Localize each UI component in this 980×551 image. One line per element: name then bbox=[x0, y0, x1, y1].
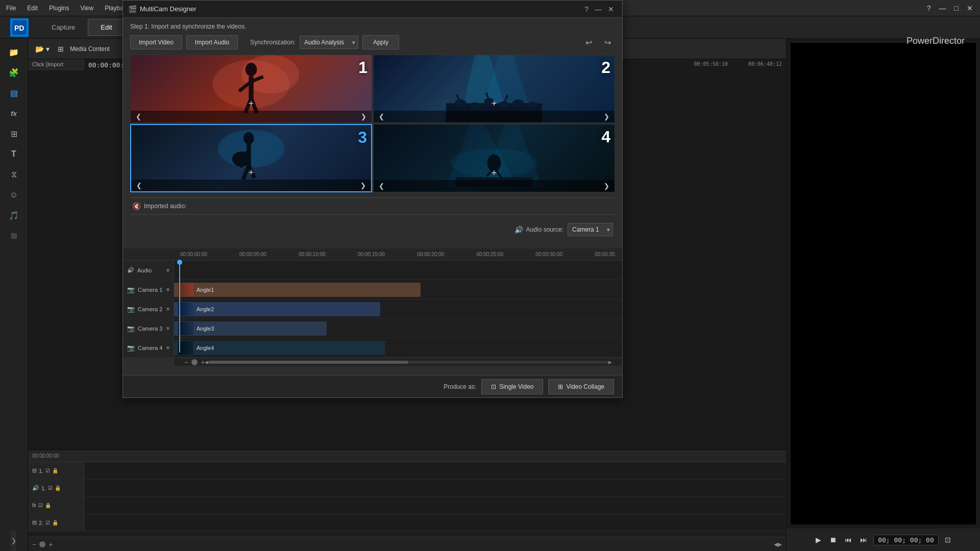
single-video-icon: ⊡ bbox=[491, 383, 496, 390]
camera4-icon: 📷 bbox=[127, 344, 135, 352]
camera3-track-row: 📷 Camera 3 ≡ Angle3 bbox=[123, 319, 622, 338]
camera4-track-name: Camera 4 bbox=[138, 345, 162, 351]
audio-track-icon: 🔊 bbox=[127, 267, 134, 273]
camera3-menu-icon: ≡ bbox=[166, 325, 169, 331]
angle2-thumb bbox=[178, 303, 193, 316]
angle3-thumb bbox=[178, 322, 193, 335]
single-video-label: Single Video bbox=[499, 383, 533, 390]
camera2-icon: 📷 bbox=[127, 306, 135, 313]
dialog-timeline-ruler: 00:00:00:00 00:00:05:00 00:00:10:00 00:0… bbox=[123, 248, 622, 261]
camera1-menu-icon: ≡ bbox=[166, 287, 169, 292]
angle1-thumb bbox=[178, 283, 193, 296]
audio-track-row: 🔊 Audio ≡ bbox=[123, 261, 622, 280]
dialog-step-label: Step 1: Import and synchronize the video… bbox=[130, 23, 615, 30]
timeline-scrollbar: − + ◂ ▸ bbox=[174, 358, 622, 366]
camera2-track-label: 📷 Camera 2 ≡ bbox=[123, 299, 174, 318]
camera2-menu-icon: ≡ bbox=[166, 306, 169, 312]
video-collage-btn[interactable]: ⊞ Video Collage bbox=[548, 379, 614, 394]
camera-number-2: 2 bbox=[601, 58, 610, 77]
time-marker-0: 00:00:00:00 bbox=[180, 252, 207, 257]
camera-cell-2[interactable]: 2 ❮ ❯ + bbox=[373, 55, 615, 123]
camera-4-controls: ❮ ❯ bbox=[374, 180, 615, 192]
tl-zoom-out-btn[interactable]: − bbox=[184, 358, 188, 366]
camera-cell-3[interactable]: 3 ❮ ❯ + bbox=[130, 124, 372, 192]
camera1-track-name: Camera 1 bbox=[138, 287, 162, 293]
angle2-label: Angle2 bbox=[197, 306, 214, 312]
svg-point-17 bbox=[512, 99, 524, 107]
camera-1-controls: ❮ ❯ bbox=[131, 111, 372, 122]
dialog-close-btn[interactable]: ✕ bbox=[605, 4, 617, 14]
camera2-track: Angle2 bbox=[174, 299, 622, 318]
imported-audio-label: Imported audio: bbox=[144, 203, 186, 210]
undo-btn[interactable]: ↩ bbox=[581, 36, 596, 49]
redo-btn[interactable]: ↪ bbox=[600, 36, 615, 49]
cam1-add-btn[interactable]: + bbox=[249, 98, 254, 109]
imported-audio-row: 🔇 Imported audio: bbox=[130, 197, 615, 215]
angle3-clip[interactable]: Angle3 bbox=[174, 321, 327, 336]
svg-point-14 bbox=[470, 102, 480, 109]
camera-2-controls: ❮ ❯ bbox=[374, 111, 615, 122]
cam2-add-btn[interactable]: + bbox=[492, 98, 497, 109]
multicam-dialog: 🎬 MultiCam Designer ? — ✕ Step 1: Import… bbox=[122, 0, 623, 398]
import-toolbar: Import Video Import Audio Synchronizatio… bbox=[130, 35, 615, 49]
dialog-title-text: MultiCam Designer bbox=[140, 5, 581, 13]
angle3-label: Angle3 bbox=[197, 325, 214, 332]
camera1-track: Angle1 bbox=[174, 280, 622, 299]
video-collage-icon: ⊞ bbox=[558, 383, 563, 390]
camera1-icon: 📷 bbox=[127, 286, 135, 293]
camera3-track-name: Camera 3 bbox=[138, 325, 162, 332]
import-audio-btn[interactable]: Import Audio bbox=[186, 35, 238, 49]
camera-3-controls: ❮ ❯ bbox=[131, 180, 371, 191]
cam4-prev-btn[interactable]: ❮ bbox=[377, 181, 386, 191]
dialog-help-btn[interactable]: ? bbox=[581, 4, 592, 14]
tl-scrollbar-track[interactable] bbox=[208, 361, 608, 364]
cam4-add-btn[interactable]: + bbox=[492, 168, 497, 179]
time-marker-2: 00:00:10:00 bbox=[299, 252, 326, 257]
dialog-title-icon: 🎬 bbox=[128, 5, 137, 13]
dialog-overlay: 🎬 MultiCam Designer ? — ✕ Step 1: Import… bbox=[0, 0, 980, 551]
svg-point-23 bbox=[243, 132, 254, 144]
audio-menu-icon: ≡ bbox=[166, 267, 169, 273]
import-video-btn[interactable]: Import Video bbox=[130, 35, 182, 49]
audio-track-name: Audio bbox=[137, 267, 152, 273]
tl-zoom-in-btn[interactable]: + bbox=[201, 358, 205, 366]
angle4-clip[interactable]: Angle4 bbox=[174, 341, 385, 355]
camera4-track: Angle4 bbox=[174, 338, 622, 357]
cam2-next-btn[interactable]: ❯ bbox=[602, 112, 611, 121]
svg-point-13 bbox=[455, 99, 467, 107]
camera3-track: Angle3 bbox=[174, 319, 622, 338]
tl-zoom-dot[interactable] bbox=[191, 359, 198, 365]
cam3-next-btn[interactable]: ❯ bbox=[358, 181, 368, 190]
angle4-thumb bbox=[178, 341, 193, 355]
cam3-prev-btn[interactable]: ❮ bbox=[134, 181, 144, 190]
dialog-bottom-bar: Produce as: ⊡ Single Video ⊞ Video Colla… bbox=[123, 375, 622, 397]
audio-source-select[interactable]: Camera 1 Camera 2 Camera 3 Camera 4 bbox=[568, 223, 613, 236]
dialog-minimize-btn[interactable]: — bbox=[592, 4, 605, 14]
tl-scroll-left[interactable]: ◂ bbox=[205, 358, 208, 366]
camera-cell-4[interactable]: 4 ❮ ❯ + bbox=[373, 124, 615, 192]
sync-select-wrapper: Audio Analysis Timecode In/Out Points bbox=[300, 36, 358, 49]
camera1-track-row: 📷 Camera 1 ≡ Angle1 bbox=[123, 280, 622, 299]
produce-label: Produce as: bbox=[444, 383, 476, 390]
dialog-timeline-section: 00:00:00:00 00:00:05:00 00:00:10:00 00:0… bbox=[123, 248, 622, 396]
cam4-next-btn[interactable]: ❯ bbox=[602, 181, 611, 191]
tl-scroll-right[interactable]: ▸ bbox=[608, 358, 612, 366]
angle1-label: Angle1 bbox=[197, 287, 214, 293]
time-marker-5: 00:00:25:00 bbox=[476, 252, 503, 257]
single-video-btn[interactable]: ⊡ Single Video bbox=[481, 379, 543, 394]
camera3-icon: 📷 bbox=[127, 325, 135, 332]
audio-source-select-wrapper: Camera 1 Camera 2 Camera 3 Camera 4 bbox=[568, 223, 613, 236]
cam3-add-btn[interactable]: + bbox=[249, 167, 254, 178]
cam1-prev-btn[interactable]: ❮ bbox=[134, 112, 143, 121]
cam1-next-btn[interactable]: ❯ bbox=[359, 112, 369, 121]
video-collage-label: Video Collage bbox=[566, 383, 604, 390]
camera2-track-name: Camera 2 bbox=[138, 306, 162, 312]
sync-select[interactable]: Audio Analysis Timecode In/Out Points bbox=[300, 36, 358, 49]
angle1-clip[interactable]: Angle1 bbox=[174, 283, 421, 297]
angle2-clip[interactable]: Angle2 bbox=[174, 302, 380, 316]
camera-number-4: 4 bbox=[601, 128, 610, 146]
cam2-prev-btn[interactable]: ❮ bbox=[377, 112, 386, 121]
camera1-track-label: 📷 Camera 1 ≡ bbox=[123, 280, 174, 299]
apply-btn[interactable]: Apply bbox=[362, 35, 399, 49]
camera-cell-1[interactable]: 1 ❮ ❯ + bbox=[130, 55, 372, 123]
